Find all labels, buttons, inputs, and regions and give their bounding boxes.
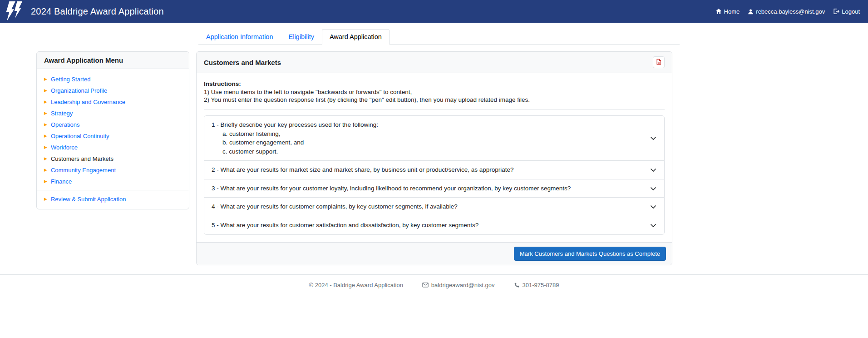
divider	[204, 109, 665, 110]
chevron-down-icon	[650, 203, 657, 210]
instruction-line: 2) You must enter the question response …	[204, 96, 665, 103]
sidebar-item-strategy[interactable]: ▶ Strategy	[37, 108, 189, 119]
sidebar-item-community-engagement[interactable]: ▶ Community Engagement	[37, 164, 189, 176]
export-pdf-button[interactable]	[653, 56, 665, 68]
sidebar-item-leadership-and-governance[interactable]: ▶ Leadership and Governance	[37, 96, 189, 108]
sidebar-item-organizational-profile[interactable]: ▶ Organizational Profile	[37, 85, 189, 96]
question-2-row[interactable]: 2 - What are your results for market siz…	[204, 161, 664, 179]
bullet-icon: ▶	[44, 77, 47, 81]
bullet-icon: ▶	[44, 157, 47, 161]
navbar-links: Home rebecca.bayless@nist.gov Logout	[707, 8, 860, 15]
sidebar-item-getting-started[interactable]: ▶ Getting Started	[37, 74, 189, 85]
instruction-line: 1) Use menu items to the left to navigat…	[204, 89, 665, 95]
sidebar-item-workforce[interactable]: ▶ Workforce	[37, 142, 189, 153]
panel-body: Instructions: 1) Use menu items to the l…	[197, 73, 672, 242]
sidebar-item-label: Community Engagement	[51, 167, 116, 174]
bullet-icon: ▶	[44, 111, 47, 115]
question-1-row[interactable]: 1 - Briefly describe your key processes …	[204, 116, 664, 161]
bullet-icon: ▶	[44, 100, 47, 104]
phone-icon	[514, 282, 520, 288]
chevron-down-icon	[650, 222, 657, 229]
question-4-text: 4 - What are your results for customer c…	[212, 202, 458, 211]
bullet-icon: ▶	[44, 89, 47, 93]
panel-header: Customers and Markets	[197, 52, 672, 73]
menu-title-label: Award Application Menu	[44, 56, 123, 64]
sidebar-item-label: Organizational Profile	[51, 87, 107, 94]
sidebar-item-label: Operations	[51, 121, 80, 128]
sidebar-item-review-submit-application[interactable]: ▶ Review & Submit Application	[37, 195, 189, 204]
footer-email: baldrigeaward@nist.gov	[422, 282, 495, 288]
tab-award-application[interactable]: Award Application	[322, 29, 390, 45]
sidebar-item-label: Finance	[51, 178, 72, 185]
bullet-icon: ▶	[44, 123, 47, 127]
customers-and-markets-panel: Customers and Markets Instructions: 1) U…	[196, 51, 672, 265]
bullet-icon: ▶	[44, 134, 47, 138]
home-label: Home	[724, 8, 740, 15]
sidebar-item-label: Operational Continuity	[51, 133, 109, 139]
tab-application-information[interactable]: Application Information	[198, 29, 281, 45]
bullet-icon: ▶	[44, 179, 47, 184]
home-icon	[715, 8, 722, 15]
questions-accordion: 1 - Briefly describe your key processes …	[204, 115, 665, 235]
sidebar-item-label: Customers and Markets	[51, 155, 113, 162]
question-1-text: 1 - Briefly describe your key processes …	[212, 120, 378, 156]
menu-footer-section: ▶ Review & Submit Application	[37, 190, 189, 209]
footer-content: © 2024 - Baldrige Award Application bald…	[309, 282, 559, 288]
bullet-icon: ▶	[44, 197, 47, 201]
question-subitem: b. customer engagement, and	[222, 138, 378, 147]
pdf-file-icon	[656, 59, 662, 66]
page-footer: © 2024 - Baldrige Award Application bald…	[0, 274, 868, 295]
question-subitem: c. customer support.	[222, 147, 378, 156]
sidebar-item-operations[interactable]: ▶ Operations	[37, 119, 189, 130]
question-subitem: a. customer listening,	[222, 129, 378, 139]
footer-phone-label: 301-975-8789	[523, 282, 559, 288]
sidebar-item-label: Getting Started	[51, 76, 90, 83]
sidebar-item-operational-continuity[interactable]: ▶ Operational Continuity	[37, 130, 189, 142]
chevron-down-icon	[650, 166, 657, 174]
home-link[interactable]: Home	[715, 8, 740, 15]
question-4-row[interactable]: 4 - What are your results for customer c…	[204, 198, 664, 216]
sidebar-item-customers-and-markets[interactable]: ▶ Customers and Markets	[37, 153, 189, 164]
tab-bar: Application Information Eligibility Awar…	[198, 29, 680, 45]
award-application-menu: Award Application Menu ▶ Getting Started…	[36, 51, 189, 209]
logout-link[interactable]: Logout	[833, 8, 860, 15]
brand: 2024 Baldrige Award Application	[4, 1, 164, 22]
sidebar-item-label: Review & Submit Application	[51, 196, 126, 203]
sidebar-item-finance[interactable]: ▶ Finance	[37, 176, 189, 187]
instructions-heading: Instructions:	[204, 80, 665, 87]
top-navbar: 2024 Baldrige Award Application Home reb…	[0, 0, 868, 23]
content-area: Award Application Menu ▶ Getting Started…	[0, 51, 868, 265]
footer-email-label: baldrigeaward@nist.gov	[431, 282, 495, 288]
user-icon	[748, 9, 754, 15]
question-3-row[interactable]: 3 - What are your results for your custo…	[204, 179, 664, 198]
sidebar-item-label: Leadership and Governance	[51, 99, 125, 105]
app-title: 2024 Baldrige Award Application	[31, 6, 164, 17]
user-email-label: rebecca.bayless@nist.gov	[756, 8, 825, 15]
sidebar-item-label: Strategy	[51, 110, 73, 117]
footer-copyright: © 2024 - Baldrige Award Application	[309, 282, 403, 288]
mark-complete-button[interactable]: Mark Customers and Markets Questions as …	[514, 247, 666, 261]
question-2-text: 2 - What are your results for market siz…	[212, 165, 514, 174]
user-email-link[interactable]: rebecca.bayless@nist.gov	[748, 8, 825, 15]
bullet-icon: ▶	[44, 145, 47, 149]
question-3-text: 3 - What are your results for your custo…	[212, 184, 571, 193]
question-5-text: 5 - What are your results for customer s…	[212, 221, 478, 230]
menu-list: ▶ Getting Started ▶ Organizational Profi…	[37, 74, 189, 187]
logout-icon	[833, 8, 839, 15]
question-text: 1 - Briefly describe your key processes …	[212, 120, 378, 129]
sidebar-item-label: Workforce	[51, 144, 78, 151]
chevron-down-icon	[650, 134, 657, 142]
bullet-icon: ▶	[44, 168, 47, 172]
envelope-icon	[422, 282, 429, 288]
footer-phone: 301-975-8789	[514, 282, 559, 288]
tab-eligibility[interactable]: Eligibility	[281, 29, 322, 45]
panel-footer: Mark Customers and Markets Questions as …	[197, 242, 672, 265]
logout-label: Logout	[842, 8, 860, 15]
chevron-down-icon	[650, 185, 657, 192]
question-5-row[interactable]: 5 - What are your results for customer s…	[204, 216, 664, 234]
menu-title: Award Application Menu	[37, 52, 189, 69]
baldrige-logo-icon	[4, 1, 25, 22]
panel-title: Customers and Markets	[204, 59, 281, 66]
